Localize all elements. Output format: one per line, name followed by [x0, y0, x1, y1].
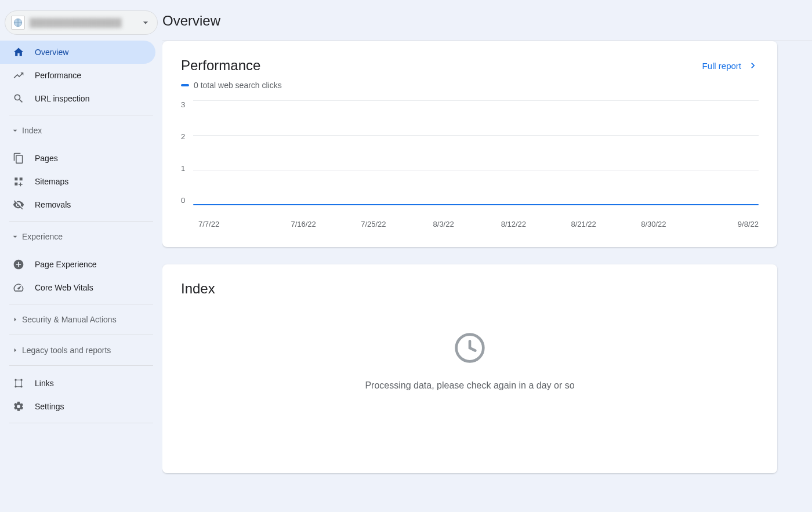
nav-core-web-vitals[interactable]: Core Web Vitals: [0, 276, 155, 299]
home-icon: [13, 46, 24, 58]
section-label: Index: [22, 126, 42, 135]
chart-data-line: [193, 204, 759, 205]
nav-overview[interactable]: Overview: [0, 41, 155, 64]
nav-label: Page Experience: [35, 260, 97, 269]
chart-plot: [193, 100, 759, 205]
card-title: Index: [181, 281, 759, 297]
caret-down-icon: [140, 17, 151, 28]
nav-performance[interactable]: Performance: [0, 64, 155, 87]
card-title: Performance: [181, 57, 260, 74]
pages-icon: [13, 152, 24, 164]
divider: [9, 304, 153, 304]
index-message: Processing data, please check again in a…: [365, 380, 574, 391]
nav-sitemaps[interactable]: Sitemaps: [0, 170, 155, 193]
section-header-security[interactable]: Security & Manual Actions: [0, 309, 162, 330]
nav-label: URL inspection: [35, 94, 89, 103]
links-icon: [13, 377, 24, 389]
nav-label: Core Web Vitals: [35, 283, 93, 292]
main-content: Overview Performance Full report 0 total…: [162, 0, 812, 512]
section-header-index[interactable]: Index: [0, 120, 162, 141]
property-name: ████████████████: [30, 18, 140, 27]
section-label: Legacy tools and reports: [22, 346, 111, 355]
section-label: Experience: [22, 232, 63, 241]
bottom-nav: Links Settings: [0, 372, 162, 418]
divider: [9, 335, 153, 335]
section-label: Security & Manual Actions: [22, 315, 117, 324]
nav-label: Pages: [35, 154, 58, 163]
nav-links[interactable]: Links: [0, 372, 155, 395]
nav-label: Overview: [35, 48, 68, 57]
nav-label: Performance: [35, 71, 81, 80]
nav-url-inspection[interactable]: URL inspection: [0, 87, 155, 110]
sitemap-icon: [13, 176, 24, 187]
add-circle-icon: [13, 259, 24, 270]
caret-down-icon: [10, 126, 20, 135]
nav-page-experience[interactable]: Page Experience: [0, 253, 155, 276]
full-report-label: Full report: [702, 61, 741, 71]
nav-label: Removals: [35, 200, 71, 209]
index-nav: Pages Sitemaps Removals: [0, 147, 162, 216]
speed-icon: [13, 282, 24, 293]
globe-icon: [13, 18, 23, 27]
nav-label: Settings: [35, 402, 64, 411]
primary-nav: Overview Performance URL inspection: [0, 41, 162, 110]
experience-nav: Page Experience Core Web Vitals: [0, 253, 162, 299]
gear-icon: [13, 401, 24, 412]
caret-right-icon: [10, 315, 20, 324]
trending-up-icon: [13, 70, 24, 81]
nav-pages[interactable]: Pages: [0, 147, 155, 170]
visibility-off-icon: [13, 199, 24, 210]
x-axis-labels: 7/7/227/16/227/25/228/3/228/12/228/21/22…: [198, 220, 759, 228]
page-header: Overview: [162, 0, 812, 41]
full-report-link[interactable]: Full report: [702, 60, 759, 71]
legend-label: 0 total web search clicks: [194, 81, 282, 90]
index-card: Index Processing data, please check agai…: [162, 264, 777, 473]
clock-icon: [454, 332, 486, 364]
nav-settings[interactable]: Settings: [0, 395, 155, 418]
chart-legend: 0 total web search clicks: [181, 81, 759, 90]
nav-label: Sitemaps: [35, 177, 68, 186]
chevron-right-icon: [747, 60, 759, 71]
property-selector[interactable]: ████████████████: [5, 10, 158, 35]
y-axis-labels: 3210: [181, 100, 193, 205]
divider: [9, 365, 153, 366]
caret-down-icon: [10, 232, 20, 241]
nav-label: Links: [35, 379, 54, 388]
legend-swatch: [181, 84, 189, 86]
nav-removals[interactable]: Removals: [0, 193, 155, 216]
section-header-legacy[interactable]: Legacy tools and reports: [0, 340, 162, 361]
performance-card: Performance Full report 0 total web sear…: [162, 41, 777, 247]
caret-right-icon: [10, 346, 20, 355]
section-header-experience[interactable]: Experience: [0, 226, 162, 247]
divider: [9, 221, 153, 221]
divider: [9, 115, 153, 115]
search-icon: [13, 93, 24, 104]
chart-area: 3210: [181, 100, 759, 216]
index-empty-state: Processing data, please check again in a…: [181, 297, 759, 414]
page-title: Overview: [162, 13, 812, 29]
sidebar: ████████████████ Overview Performance UR…: [0, 0, 162, 512]
divider: [9, 423, 153, 423]
property-favicon: [11, 16, 25, 30]
